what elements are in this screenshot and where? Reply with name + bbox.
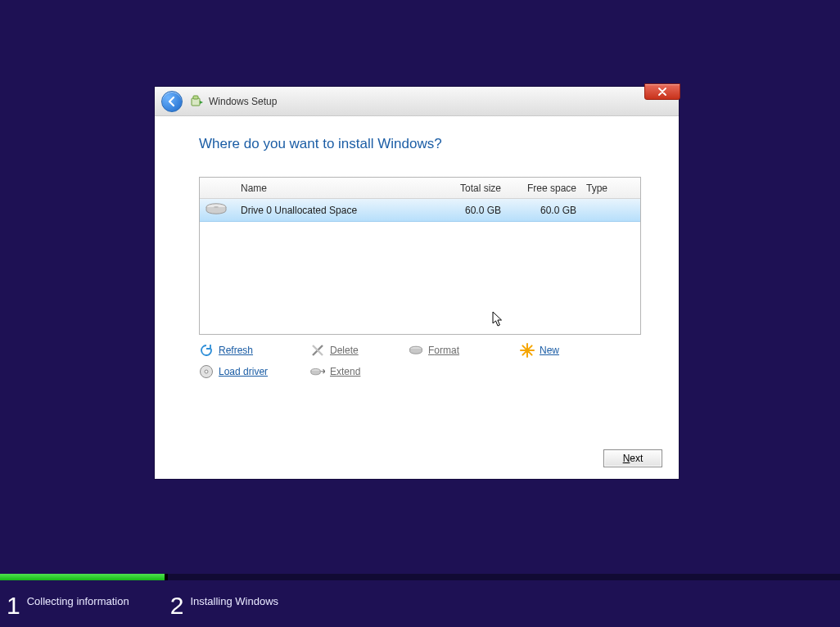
titlebar: Windows Setup — [155, 87, 679, 116]
col-total-size[interactable]: Total size — [424, 183, 506, 194]
setup-dialog: Windows Setup Where do you want to insta… — [155, 87, 679, 479]
new-action[interactable]: New — [520, 343, 618, 358]
refresh-icon — [199, 343, 214, 358]
svg-point-6 — [205, 370, 208, 373]
col-type[interactable]: Type — [581, 183, 640, 194]
row-name: Drive 0 Unallocated Space — [236, 205, 424, 216]
table-header: Name Total size Free space Type — [200, 178, 640, 199]
disk-table: Name Total size Free space Type Drive 0 … — [199, 177, 641, 335]
svg-rect-1 — [193, 96, 198, 99]
format-icon — [409, 343, 423, 358]
progress-step1 — [0, 574, 165, 580]
step-2: 2 Installing Windows — [170, 593, 278, 618]
refresh-label: Refresh — [219, 345, 253, 356]
svg-point-3 — [214, 206, 219, 208]
windows-setup-icon — [191, 95, 204, 108]
table-row[interactable]: Drive 0 Unallocated Space 60.0 GB 60.0 G… — [200, 199, 640, 222]
cd-icon — [199, 364, 214, 379]
row-free-space: 60.0 GB — [506, 205, 581, 216]
delete-label: Delete — [330, 345, 359, 356]
step-1-label: Collecting information — [27, 593, 129, 607]
next-label: Next — [623, 453, 644, 464]
close-icon — [657, 88, 667, 96]
format-label: Format — [428, 345, 459, 356]
load-driver-label: Load driver — [219, 366, 268, 377]
new-label: New — [540, 345, 559, 356]
step-2-label: Installing Windows — [190, 593, 278, 607]
close-button[interactable] — [644, 83, 680, 100]
extend-label: Extend — [330, 366, 360, 377]
disk-actions: Refresh Delete Format New Load driver Ex… — [199, 343, 641, 379]
step-2-num: 2 — [170, 593, 184, 618]
new-icon — [520, 343, 535, 358]
refresh-action[interactable]: Refresh — [199, 343, 310, 358]
disk-icon — [200, 202, 236, 218]
extend-action[interactable]: Extend — [310, 364, 409, 379]
arrow-left-icon — [165, 95, 178, 108]
next-button[interactable]: Next — [603, 449, 662, 467]
row-total-size: 60.0 GB — [424, 205, 506, 216]
dialog-content: Where do you want to install Windows? Na… — [155, 116, 679, 389]
col-name[interactable]: Name — [236, 183, 424, 194]
step-1-num: 1 — [7, 593, 20, 618]
step-1: 1 Collecting information — [7, 593, 129, 618]
steps-bar: 1 Collecting information 2 Installing Wi… — [0, 584, 840, 627]
progress-bar — [0, 574, 840, 580]
window-title: Windows Setup — [209, 96, 277, 107]
format-action[interactable]: Format — [409, 343, 520, 358]
extend-icon — [310, 364, 325, 379]
cursor-icon — [492, 311, 504, 327]
progress-remaining — [168, 574, 840, 580]
col-free-space[interactable]: Free space — [506, 183, 581, 194]
delete-icon — [310, 343, 325, 358]
back-button[interactable] — [161, 91, 183, 112]
delete-action[interactable]: Delete — [310, 343, 409, 358]
page-heading: Where do you want to install Windows? — [199, 136, 635, 152]
load-driver-action[interactable]: Load driver — [199, 364, 310, 379]
